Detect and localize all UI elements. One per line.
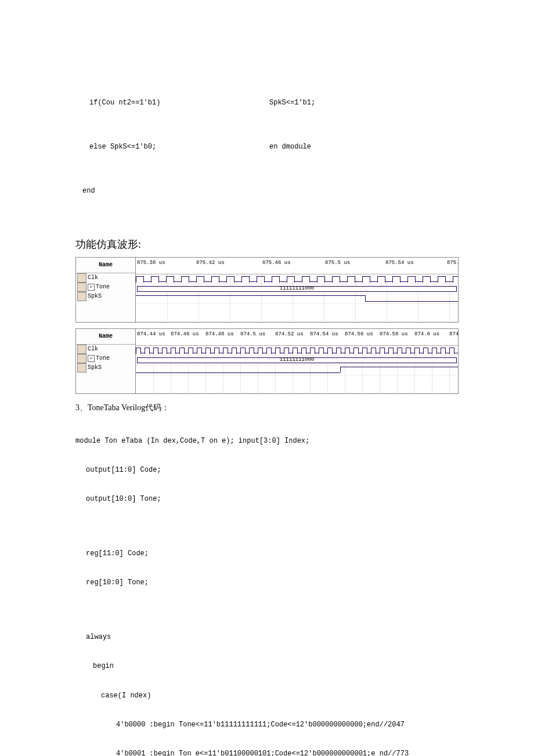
waveform-viewer-1: Name Clk + Tone SpkS 875.38 us [75, 257, 459, 323]
spks-track [136, 294, 458, 304]
code-snippet-tonetaba: module Ton eTaba (In dex,Code,T on e); i… [75, 419, 459, 756]
code-line: case(I ndex) [75, 689, 459, 703]
signal-label: SpkS [88, 363, 102, 372]
signal-label: Tone [96, 353, 110, 363]
time-axis: 875.38 us 875.42 us 875.46 us 875.5 us 8… [136, 258, 458, 274]
code-line: 4'b0001 :begin Ton e<=11'b01100000101;Co… [75, 747, 459, 756]
code-line: if(Cou nt2==1'b1) [89, 96, 269, 110]
time-label: 874.62 us [449, 330, 458, 339]
signal-row-spks: SpkS [76, 292, 135, 301]
bus-value: 11111111000 [137, 357, 457, 363]
time-label: 874.6 us [414, 330, 439, 339]
code-line: reg[11:0] Code; [75, 547, 459, 561]
signal-row-clk: Clk [76, 345, 135, 354]
time-label: 875.42 us [196, 259, 225, 267]
code-line: end [75, 184, 459, 198]
expand-icon[interactable]: + [88, 284, 95, 291]
code-line: always [75, 630, 459, 645]
code-line: module Ton eTaba (In dex,Code,T on e); i… [75, 434, 459, 448]
signal-row-clk: Clk [76, 273, 135, 283]
time-label: 874.58 us [380, 330, 408, 339]
time-label: 875.54 us [385, 259, 414, 267]
signal-icon [77, 283, 86, 292]
code-line: output[10:0] Tone; [75, 492, 459, 507]
code-line: en dmodule [269, 140, 459, 154]
time-label: 875.38 us [137, 259, 165, 267]
code-snippet-top: if(Cou nt2==1'b1) SpkS<=1'b1; else SpkS<… [75, 67, 459, 227]
signal-row-tone: + Tone [76, 283, 135, 292]
bus-value: 11111111000 [137, 286, 457, 292]
signal-icon [77, 345, 86, 354]
code-line: SpkS<=1'b1; [269, 96, 459, 110]
time-label: 875.58 us [447, 259, 458, 267]
clk-track [136, 274, 458, 284]
time-label: 874.46 us [171, 330, 199, 339]
signal-icon [77, 273, 86, 283]
time-label: 875.5 us [325, 259, 350, 267]
spks-track [136, 366, 458, 375]
code-line: 4'b0000 :begin Tone<=11'b11111111111;Cod… [75, 718, 459, 732]
signal-label: SpkS [88, 291, 102, 301]
tone-track: 11111111000 [136, 356, 458, 366]
section-heading-waveform: 功能仿真波形: [75, 236, 459, 254]
wave-tracks: 11111111000 [136, 274, 458, 322]
section-heading-tonetaba: 3、ToneTaba Verilog代码： [75, 401, 459, 415]
time-label: 874.44 us [137, 330, 165, 339]
time-label: 874.56 us [345, 330, 373, 339]
time-label: 874.54 us [310, 330, 338, 339]
code-line: else SpkS<=1'b0; [89, 140, 269, 154]
time-axis: 874.44 us 874.46 us 874.48 us 874.5 us 8… [136, 329, 458, 346]
time-label: 874.52 us [275, 330, 304, 339]
signal-icon [77, 363, 86, 372]
signal-row-tone: + Tone [76, 354, 135, 363]
code-line: output[11:0] Code; [75, 463, 459, 478]
expand-icon[interactable]: + [88, 355, 95, 362]
signal-label: Clk [88, 344, 98, 354]
time-label: 875.46 us [262, 259, 291, 267]
wave-tracks: 11111111000 [136, 346, 458, 393]
code-line: reg[10:0] Tone; [75, 576, 459, 590]
signal-icon [77, 354, 86, 363]
time-label: 874.5 us [240, 330, 265, 339]
waveform-viewer-2: Name Clk + Tone SpkS 874.44 us [75, 328, 459, 394]
signal-label: Clk [88, 273, 98, 283]
signal-label: Tone [96, 282, 110, 292]
code-line: begin [75, 659, 459, 674]
tone-track: 11111111000 [136, 284, 458, 294]
wave-name-header: Name [76, 258, 135, 273]
signal-row-spks: SpkS [76, 363, 135, 372]
wave-name-header: Name [76, 329, 135, 345]
clk-track [136, 346, 458, 356]
signal-icon [77, 292, 86, 301]
time-label: 874.48 us [205, 330, 234, 339]
